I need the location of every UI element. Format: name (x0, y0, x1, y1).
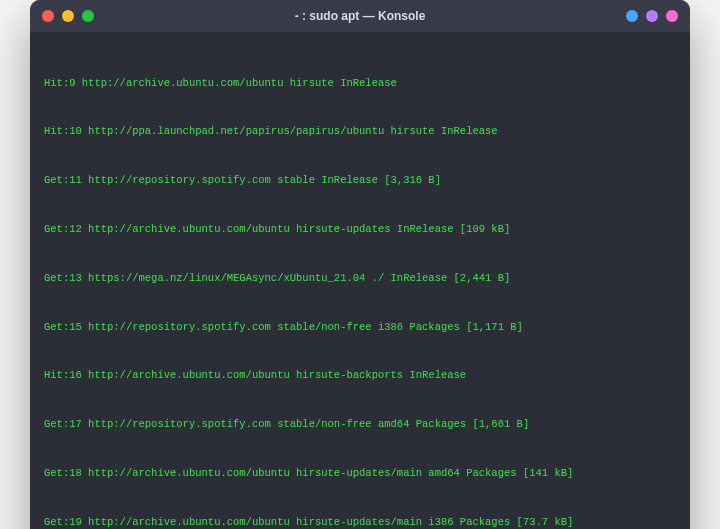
output-line: Hit:16 http://archive.ubuntu.com/ubuntu … (44, 367, 676, 383)
titlebar: - : sudo apt — Konsole (30, 0, 690, 32)
output-line: Get:17 http://repository.spotify.com sta… (44, 416, 676, 432)
output-line: Get:19 http://archive.ubuntu.com/ubuntu … (44, 514, 676, 529)
indicator-dot-pink (666, 10, 678, 22)
output-line: Hit:10 http://ppa.launchpad.net/papirus/… (44, 123, 676, 139)
terminal-output[interactable]: Hit:9 http://archive.ubuntu.com/ubuntu h… (30, 32, 690, 529)
output-line: Get:15 http://repository.spotify.com sta… (44, 319, 676, 335)
output-line: Get:12 http://archive.ubuntu.com/ubuntu … (44, 221, 676, 237)
indicator-dot-blue (626, 10, 638, 22)
indicator-dot-purple (646, 10, 658, 22)
output-line: Get:18 http://archive.ubuntu.com/ubuntu … (44, 465, 676, 481)
output-line: Get:11 http://repository.spotify.com sta… (44, 172, 676, 188)
window-title: - : sudo apt — Konsole (30, 9, 690, 23)
close-icon[interactable] (42, 10, 54, 22)
minimize-icon[interactable] (62, 10, 74, 22)
window-controls-right (626, 10, 678, 22)
terminal-window: - : sudo apt — Konsole Hit:9 http://arch… (30, 0, 690, 529)
output-line: Hit:9 http://archive.ubuntu.com/ubuntu h… (44, 75, 676, 91)
maximize-icon[interactable] (82, 10, 94, 22)
window-controls-left (42, 10, 94, 22)
output-line: Get:13 https://mega.nz/linux/MEGAsync/xU… (44, 270, 676, 286)
